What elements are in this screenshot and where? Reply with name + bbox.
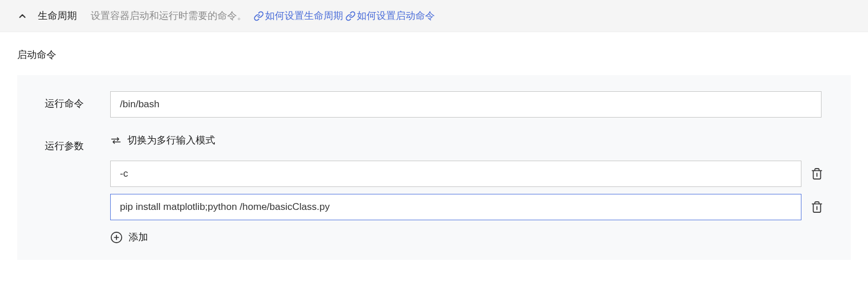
delete-param-button[interactable] [811,167,823,181]
add-param-label: 添加 [129,231,148,244]
link-icon [254,11,264,21]
form-container: 运行命令 运行参数 切换为多行输入模式 [17,75,851,260]
delete-param-button[interactable] [811,200,823,214]
panel-title: 生命周期 [38,9,77,22]
help-link-label: 如何设置启动命令 [357,9,435,22]
help-link-label: 如何设置生命周期 [265,9,343,22]
toggle-mode-button[interactable]: 切换为多行输入模式 [110,134,823,147]
command-value-wrapper [110,91,823,118]
help-link-lifecycle[interactable]: 如何设置生命周期 [254,9,343,22]
form-row-params: 运行参数 切换为多行输入模式 [45,134,823,244]
command-input[interactable] [110,91,822,118]
param-input-1[interactable] [110,194,801,220]
command-label: 运行命令 [45,91,110,110]
params-value-wrapper: 切换为多行输入模式 [110,134,823,244]
swap-icon [110,137,122,145]
trash-icon [811,167,823,181]
panel-description: 设置容器启动和运行时需要的命令。 [91,9,247,22]
param-row [110,161,823,187]
form-row-command: 运行命令 [45,91,823,118]
link-icon [345,11,356,21]
section-title: 启动命令 [17,48,851,61]
param-row [110,194,823,220]
plus-circle-icon [110,231,123,244]
help-links: 如何设置生命周期 如何设置启动命令 [254,9,435,22]
param-input-0[interactable] [110,161,801,187]
params-label: 运行参数 [45,134,110,153]
content-area: 启动命令 运行命令 运行参数 切换为多行输入模式 [0,32,868,277]
add-param-button[interactable]: 添加 [110,231,823,244]
toggle-mode-label: 切换为多行输入模式 [127,134,215,147]
chevron-up-icon[interactable] [17,11,28,21]
panel-header: 生命周期 设置容器启动和运行时需要的命令。 如何设置生命周期 如何设置启动命令 [0,0,868,32]
trash-icon [811,200,823,214]
help-link-startup[interactable]: 如何设置启动命令 [345,9,435,22]
